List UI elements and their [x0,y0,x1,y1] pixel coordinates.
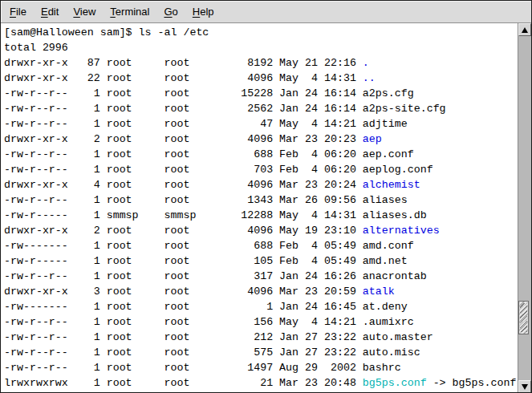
file-row: -rw-r--r-- 1 root root 703 Feb 4 06:20 a… [4,162,518,177]
file-row: drwxr-xr-x 4 root root 4096 Mar 23 20:24… [4,177,518,192]
file-row: drwxr-xr-x 87 root root 8192 May 21 22:1… [4,55,518,71]
file-row: -rw-r--r-- 1 root root 1343 Mar 26 09:56… [4,192,518,208]
menu-item-view[interactable]: View [66,1,103,22]
scrollbar[interactable] [518,23,531,393]
scrollbar-trough[interactable] [518,36,531,380]
file-row: -rw-r--r-- 1 root root 15228 Jan 24 16:1… [4,86,518,101]
file-name: alchemist [363,179,420,191]
file-row: drwxr-xr-x 2 root root 4096 Mar 23 20:23… [4,132,518,147]
file-name: amd.net [363,255,408,267]
file-name: adjtime [363,118,408,130]
file-name: a2ps-site.cfg [363,103,446,115]
file-name: auto.misc [363,346,420,359]
file-name: . [363,57,369,69]
file-name: aeplog.conf [363,164,433,176]
file-row: -rw-r--r-- 1 root root 2562 Jan 24 16:14… [4,101,518,116]
scroll-down-button[interactable] [518,380,531,393]
file-row: -rw------- 1 root root 1 Jan 24 16:45 at… [4,299,518,314]
terminal-output: drwxr-xr-x 87 root root 8192 May 21 22:1… [4,55,518,391]
menu-item-go[interactable]: Go [156,1,185,22]
file-name: .. [363,72,376,84]
down-arrow-icon [522,384,528,390]
file-row: -rw-r--r-- 1 root root 156 May 4 14:21 .… [4,314,518,330]
menu-bar: File Edit View Terminal Go Help [1,1,531,23]
menu-item-help[interactable]: Help [185,1,221,22]
file-row: -rw-r--r-- 1 root root 47 May 4 14:21 ad… [4,116,518,132]
file-row: drwxr-xr-x 3 root root 4096 Mar 23 20:59… [4,284,518,299]
file-name: anacrontab [363,270,427,282]
file-row: -rw------- 1 root root 688 Feb 4 05:49 a… [4,238,518,253]
terminal-screen[interactable]: [sam@Halloween sam]$ ls -al /etc total 2… [1,23,518,393]
file-name: bg5ps.conf [363,377,427,389]
file-name: at.deny [363,301,408,313]
scroll-up-button[interactable] [518,23,531,36]
file-row: -rw-r--r-- 1 root root 1497 Aug 29 2002 … [4,360,518,375]
scrollbar-thumb[interactable] [518,301,529,334]
file-name: aep [363,133,382,145]
file-row: -rw-r--r-- 1 root root 212 Jan 27 23:22 … [4,330,518,345]
file-name: auto.master [363,331,433,343]
file-name: aliases [363,194,408,206]
file-row: -rw-r----- 1 smmsp smmsp 12288 May 4 14:… [4,208,518,223]
file-name: aep.conf [363,148,414,160]
up-arrow-icon [522,27,528,33]
file-row: -rw-r--r-- 1 root root 317 Jan 24 16:26 … [4,269,518,284]
file-row: -rw-r--r-- 1 root root 575 Jan 27 23:22 … [4,345,518,360]
file-row: -rw-r----- 1 root root 105 Feb 4 05:49 a… [4,253,518,269]
terminal-window: File Edit View Terminal Go Help [sam@Hal… [0,0,532,393]
total-line: total 2996 [4,40,518,55]
file-name: alternatives [363,225,440,237]
prompt-line: [sam@Halloween sam]$ ls -al /etc [4,25,518,40]
file-row: lrwxrwxrwx 1 root root 21 Mar 23 20:48 b… [4,375,518,391]
file-row: drwxr-xr-x 22 root root 4096 May 4 14:31… [4,71,518,86]
file-row: -rw-r--r-- 1 root root 688 Feb 4 06:20 a… [4,147,518,162]
menu-item-edit[interactable]: Edit [34,1,66,22]
menu-item-terminal[interactable]: Terminal [103,1,156,22]
file-name: bashrc [363,362,401,374]
file-name: .aumixrc [363,316,414,328]
file-name: a2ps.cfg [363,87,414,99]
menu-item-file[interactable]: File [2,1,34,22]
file-name: aliases.db [363,209,427,221]
file-name: atalk [363,286,395,298]
file-name: amd.conf [363,240,414,252]
file-row: drwxr-xr-x 2 root root 4096 May 19 23:10… [4,223,518,238]
